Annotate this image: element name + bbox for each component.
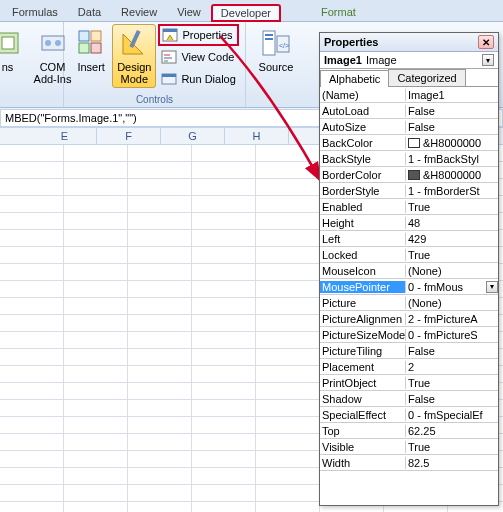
property-row[interactable]: ShadowFalse: [320, 391, 498, 407]
property-row[interactable]: BorderStyle1 - fmBorderSt: [320, 183, 498, 199]
property-value[interactable]: 82.5: [406, 457, 498, 469]
property-value[interactable]: &H8000000: [406, 169, 498, 181]
property-row[interactable]: MousePointer0 - fmMous▾: [320, 279, 498, 295]
property-row[interactable]: PictureTilingFalse: [320, 343, 498, 359]
property-value[interactable]: False: [406, 345, 498, 357]
col-E[interactable]: E: [33, 128, 97, 144]
property-value[interactable]: 0 - fmPictureS: [406, 329, 498, 341]
property-value[interactable]: False: [406, 393, 498, 405]
property-value[interactable]: False: [406, 121, 498, 133]
tab-view[interactable]: View: [167, 3, 211, 21]
property-value[interactable]: Image1: [406, 89, 498, 101]
property-value-text: 2: [408, 361, 414, 373]
tab-categorized[interactable]: Categorized: [388, 69, 465, 86]
col-G[interactable]: G: [161, 128, 225, 144]
run-dialog-label: Run Dialog: [181, 73, 235, 85]
property-value[interactable]: True: [406, 201, 498, 213]
property-name: BorderColor: [320, 169, 406, 181]
design-mode-icon: [118, 27, 150, 59]
property-value[interactable]: 429: [406, 233, 498, 245]
property-value[interactable]: True: [406, 441, 498, 453]
property-row[interactable]: PrintObjectTrue: [320, 375, 498, 391]
properties-window[interactable]: Properties ✕ Image1 Image ▾ Alphabetic C…: [319, 32, 499, 506]
property-value[interactable]: 0 - fmSpecialEf: [406, 409, 498, 421]
property-value[interactable]: (None): [406, 297, 498, 309]
property-name: Enabled: [320, 201, 406, 213]
property-row[interactable]: MouseIcon(None): [320, 263, 498, 279]
property-value[interactable]: &H8000000: [406, 137, 498, 149]
property-name: PictureAlignmen: [320, 313, 406, 325]
tab-formulas[interactable]: Formulas: [2, 3, 68, 21]
property-row[interactable]: AutoSizeFalse: [320, 119, 498, 135]
property-value[interactable]: 0 - fmMous▾: [406, 281, 498, 293]
property-value-text: 2 - fmPictureA: [408, 313, 478, 325]
property-row[interactable]: Top62.25: [320, 423, 498, 439]
property-row[interactable]: Height48: [320, 215, 498, 231]
property-name: BackColor: [320, 137, 406, 149]
property-row[interactable]: Left429: [320, 231, 498, 247]
property-name: Visible: [320, 441, 406, 453]
chevron-down-icon[interactable]: ▾: [486, 281, 498, 293]
property-row[interactable]: PictureAlignmen2 - fmPictureA: [320, 311, 498, 327]
property-value[interactable]: 2: [406, 361, 498, 373]
source-button[interactable]: </> Source: [254, 24, 299, 76]
property-value[interactable]: 2 - fmPictureA: [406, 313, 498, 325]
property-value[interactable]: 1 - fmBackStyl: [406, 153, 498, 165]
run-dialog-button[interactable]: Run Dialog: [158, 68, 238, 90]
group-addins-label: [4, 104, 59, 107]
property-name: PictureSizeMode: [320, 329, 406, 341]
properties-label: Properties: [182, 29, 232, 41]
close-icon[interactable]: ✕: [478, 35, 494, 49]
svg-rect-20: [265, 34, 273, 36]
property-row[interactable]: Placement2: [320, 359, 498, 375]
object-dropdown-icon[interactable]: ▾: [482, 54, 494, 66]
property-row[interactable]: BackColor&H8000000: [320, 135, 498, 151]
insert-label: Insert: [77, 61, 105, 73]
property-name: AutoSize: [320, 121, 406, 133]
insert-button[interactable]: Insert: [70, 24, 112, 76]
property-row[interactable]: EnabledTrue: [320, 199, 498, 215]
tab-developer[interactable]: Developer: [211, 4, 281, 22]
property-row[interactable]: BackStyle1 - fmBackStyl: [320, 151, 498, 167]
svg-point-4: [55, 40, 61, 46]
property-value[interactable]: 1 - fmBorderSt: [406, 185, 498, 197]
properties-button[interactable]: Properties: [158, 24, 238, 46]
property-row[interactable]: SpecialEffect0 - fmSpecialEf: [320, 407, 498, 423]
tab-alphabetic[interactable]: Alphabetic: [320, 70, 389, 87]
properties-grid[interactable]: (Name)Image1AutoLoadFalseAutoSizeFalseBa…: [320, 87, 498, 505]
group-controls-label: Controls: [68, 93, 241, 107]
property-row[interactable]: PictureSizeMode0 - fmPictureS: [320, 327, 498, 343]
property-name: Top: [320, 425, 406, 437]
svg-rect-12: [163, 29, 177, 32]
property-row[interactable]: Width82.5: [320, 455, 498, 471]
property-row[interactable]: (Name)Image1: [320, 87, 498, 103]
property-value[interactable]: 62.25: [406, 425, 498, 437]
property-row[interactable]: LockedTrue: [320, 247, 498, 263]
object-selector[interactable]: Image1 Image ▾: [320, 52, 498, 69]
tab-data[interactable]: Data: [68, 3, 111, 21]
property-value[interactable]: (None): [406, 265, 498, 277]
property-value[interactable]: True: [406, 377, 498, 389]
tab-format[interactable]: Format: [311, 3, 366, 21]
property-value[interactable]: 48: [406, 217, 498, 229]
property-value[interactable]: True: [406, 249, 498, 261]
property-value-text: False: [408, 345, 435, 357]
property-name: Width: [320, 457, 406, 469]
design-mode-button[interactable]: Design Mode: [112, 24, 156, 88]
property-row[interactable]: VisibleTrue: [320, 439, 498, 455]
svg-rect-7: [79, 43, 89, 53]
tab-review[interactable]: Review: [111, 3, 167, 21]
addins-button-partial[interactable]: ns: [0, 24, 29, 76]
col-F[interactable]: F: [97, 128, 161, 144]
object-type: Image: [366, 54, 397, 66]
col-H[interactable]: H: [225, 128, 289, 144]
property-row[interactable]: Picture(None): [320, 295, 498, 311]
property-value[interactable]: False: [406, 105, 498, 117]
svg-point-3: [45, 40, 51, 46]
view-code-button[interactable]: View Code: [158, 46, 238, 68]
properties-titlebar[interactable]: Properties ✕: [320, 33, 498, 52]
property-row[interactable]: BorderColor&H8000000: [320, 167, 498, 183]
property-row[interactable]: AutoLoadFalse: [320, 103, 498, 119]
property-value-text: True: [408, 441, 430, 453]
property-name: Shadow: [320, 393, 406, 405]
